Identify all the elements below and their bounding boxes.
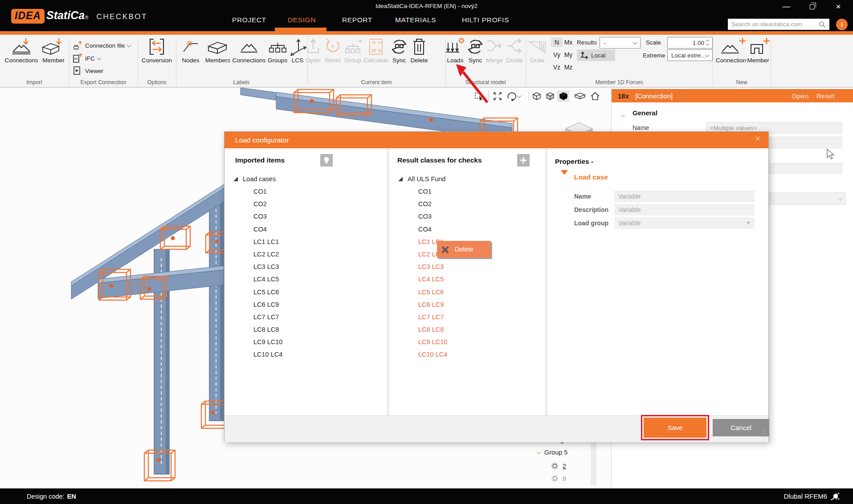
minimize-button[interactable]: — (776, 0, 796, 13)
tree-root-load-cases[interactable]: Load cases (233, 173, 282, 185)
imported-item[interactable]: CO3 (253, 210, 282, 223)
delete-item-button[interactable]: Delete (437, 241, 491, 258)
group-button[interactable]: Group (342, 37, 363, 64)
extreme-select[interactable]: Local extre... (667, 49, 713, 61)
scale-input[interactable]: 1.00 (667, 37, 713, 49)
ifc-button[interactable]: IFC IFC (73, 53, 101, 63)
force-vz-button[interactable]: Vz (551, 62, 563, 72)
select-tool-button[interactable] (473, 90, 485, 102)
tree-item-group[interactable]: Group 5 (537, 449, 567, 456)
result-combo-item[interactable]: CO2 (418, 198, 447, 210)
tree-item-connection-8[interactable]: 8 (551, 475, 566, 482)
spinner[interactable] (706, 40, 709, 46)
load-case-expander[interactable] (561, 175, 568, 183)
rotate-view-button[interactable] (505, 90, 522, 102)
prop-description-field[interactable]: Variable (614, 204, 755, 215)
open-connection-button[interactable]: Open (792, 92, 808, 100)
imported-item[interactable]: LC1 LC1 (253, 236, 282, 248)
tab-design[interactable]: DESIGN (288, 16, 316, 24)
force-vy-button[interactable]: Vy (551, 50, 563, 60)
reset-button[interactable]: Reset (322, 37, 343, 64)
hidden-field-1[interactable] (769, 137, 842, 148)
tab-hilti-profis[interactable]: HILTI PROFIS (462, 16, 509, 24)
result-case-item[interactable]: LC5 LC6 (418, 286, 447, 298)
section-view-button[interactable] (574, 90, 586, 102)
imported-item[interactable]: LC7 LC7 (253, 311, 282, 323)
result-case-item[interactable]: LC8 LC8 (418, 323, 447, 336)
imported-item[interactable]: LC4 LC5 (253, 273, 282, 285)
home-view-button[interactable] (589, 90, 601, 102)
result-case-item[interactable]: LC6 LC9 (418, 298, 447, 311)
result-combo-item[interactable]: CO4 (418, 223, 447, 236)
resize-grip[interactable] (759, 429, 766, 439)
new-member-button[interactable]: Member (745, 37, 771, 64)
tab-materials[interactable]: MATERIALS (395, 16, 436, 24)
hidden-line-view-button[interactable] (544, 90, 556, 102)
imported-item[interactable]: CO4 (253, 223, 282, 236)
dialog-titlebar[interactable]: Load configurator × (224, 132, 768, 148)
result-combo-item[interactable]: CO1 (418, 185, 447, 198)
imported-item[interactable]: LC5 LC6 (253, 286, 282, 298)
imported-item[interactable]: LC3 LC3 (253, 260, 282, 273)
imported-item[interactable]: CO2 (253, 198, 282, 210)
force-n-button[interactable]: N (551, 37, 563, 47)
conversion-button[interactable]: Conversion (140, 37, 174, 64)
labels-nodes-button[interactable]: Nodes (179, 37, 202, 64)
calculate-button[interactable]: Calculate (363, 37, 389, 64)
tab-report[interactable]: REPORT (342, 16, 372, 24)
prop-load-group-select[interactable]: Variable (614, 217, 755, 229)
wireframe-view-button[interactable] (531, 90, 543, 102)
add-result-class-button[interactable] (517, 154, 530, 167)
local-toggle-button[interactable]: Local (577, 49, 615, 61)
draw-button[interactable]: Draw (527, 37, 547, 64)
result-combo-item[interactable]: CO3 (418, 210, 447, 223)
force-mz-button[interactable]: Mz (563, 62, 574, 72)
search-input[interactable]: Search on ideastatica.com (728, 19, 829, 30)
result-case-item[interactable]: LC9 LC10 (418, 336, 447, 348)
labels-groups-button[interactable]: Groups (265, 37, 290, 64)
sync-current-button[interactable]: Sync (388, 37, 410, 64)
reset-connection-button[interactable]: Reset (816, 92, 835, 100)
imported-item[interactable]: LC6 LC9 (253, 298, 282, 311)
imported-item[interactable]: LC2 LC2 (253, 248, 282, 260)
divide-button[interactable]: Divide (504, 37, 525, 64)
sync-structural-button[interactable]: Sync (465, 37, 486, 64)
close-window-button[interactable]: × (826, 0, 851, 13)
force-my-button[interactable]: My (563, 50, 574, 60)
connection-file-button[interactable]: Connection file (73, 41, 131, 50)
hint-button[interactable] (320, 154, 333, 167)
imported-item[interactable]: LC8 LC8 (253, 323, 282, 336)
results-select[interactable]: - (600, 37, 641, 49)
tab-project[interactable]: PROJECT (232, 16, 266, 24)
imported-item[interactable]: LC9 LC10 (253, 336, 282, 348)
open-button[interactable]: Open (303, 37, 323, 64)
solid-view-button[interactable] (557, 90, 569, 102)
general-expander[interactable] (621, 111, 624, 119)
result-case-item[interactable]: LC10 LC4 (418, 348, 447, 361)
imported-item[interactable]: CO1 (253, 185, 282, 198)
delete-current-button[interactable]: Delete (409, 37, 429, 64)
result-case-item[interactable]: LC7 LC7 (418, 311, 447, 323)
tree-scrollbar[interactable] (591, 443, 596, 485)
import-member-button[interactable]: Member (39, 37, 68, 64)
restore-button[interactable] (802, 0, 822, 13)
result-case-item[interactable]: LC3 LC3 (418, 260, 447, 273)
merge-button[interactable]: Merge (485, 37, 504, 64)
viewer-button[interactable]: Viewer (73, 66, 103, 76)
hidden-field-2[interactable] (769, 163, 842, 174)
force-mx-button[interactable]: Mx (563, 37, 574, 47)
loads-button[interactable]: Loads (445, 37, 466, 64)
info-button[interactable]: i (836, 19, 848, 30)
labels-members-button[interactable]: Members (203, 37, 233, 64)
close-dialog-button[interactable]: × (755, 134, 760, 144)
zoom-fit-button[interactable] (491, 90, 503, 102)
import-connections-button[interactable]: Connections (3, 37, 40, 64)
new-connection-button[interactable]: Connection (714, 37, 747, 64)
tree-root-all-uls[interactable]: All ULS Fund (398, 173, 447, 185)
prop-name-field[interactable]: Variable (614, 191, 755, 202)
labels-connections-button[interactable]: Connections (232, 37, 266, 64)
hidden-dropdown[interactable] (769, 192, 846, 205)
tree-item-connection-2[interactable]: 2 (551, 462, 566, 470)
imported-item[interactable]: LC10 LC4 (253, 348, 282, 361)
result-case-item[interactable]: LC4 LC5 (418, 273, 447, 285)
